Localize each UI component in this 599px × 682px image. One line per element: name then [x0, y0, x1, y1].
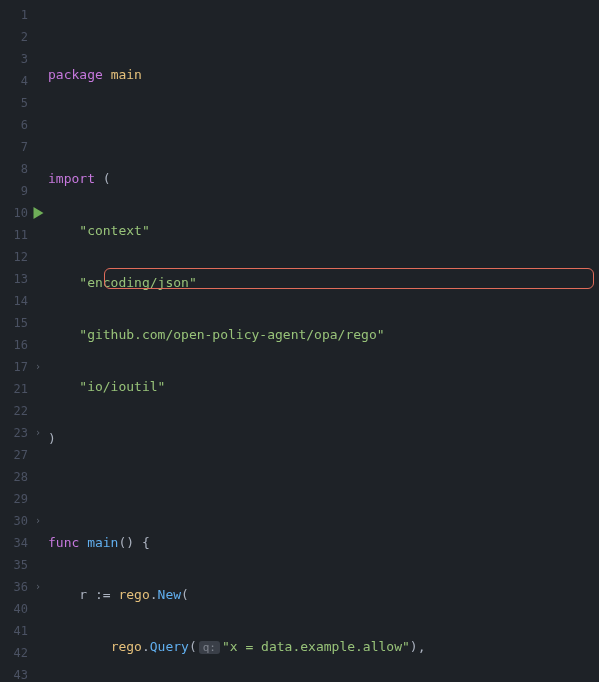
paren-close: )	[48, 431, 56, 446]
fold-chevron-icon[interactable]: ›	[30, 510, 46, 532]
line-number: 40	[0, 598, 30, 620]
line-number: 41	[0, 620, 30, 642]
gutter-spacer	[30, 4, 46, 26]
line-number-gutter: 1234567891011121314151617212223272829303…	[0, 0, 30, 682]
line-number: 7	[0, 136, 30, 158]
gutter-spacer	[30, 554, 46, 576]
fold-chevron-icon[interactable]: ›	[30, 356, 46, 378]
line-number: 10	[0, 202, 30, 224]
line-number: 11	[0, 224, 30, 246]
gutter-spacer	[30, 400, 46, 422]
fold-chevron-icon[interactable]: ›	[30, 422, 46, 444]
gutter-spacer	[30, 48, 46, 70]
inlay-hint-q: q:	[199, 641, 220, 654]
dot: .	[142, 639, 150, 654]
gutter-spacer	[30, 26, 46, 48]
gutter-spacer	[30, 136, 46, 158]
paren-open: (	[103, 171, 111, 186]
run-gutter-icon[interactable]	[30, 202, 46, 224]
line-number: 42	[0, 642, 30, 664]
gutter-icon-column: ››››	[30, 0, 46, 682]
line-number: 4	[0, 70, 30, 92]
line-number: 17	[0, 356, 30, 378]
line-number: 8	[0, 158, 30, 180]
line-number: 2	[0, 26, 30, 48]
gutter-spacer	[30, 70, 46, 92]
func-name-main: main	[87, 535, 118, 550]
paren-open: (	[189, 639, 197, 654]
line-number: 12	[0, 246, 30, 268]
line-number: 30	[0, 510, 30, 532]
import-path: "encoding/json"	[79, 275, 196, 290]
fn-new: New	[158, 587, 181, 602]
gutter-spacer	[30, 268, 46, 290]
keyword-package: package	[48, 67, 103, 82]
line-number: 43	[0, 664, 30, 682]
line-number: 34	[0, 532, 30, 554]
gutter-spacer	[30, 158, 46, 180]
str-query: "x = data.example.allow"	[222, 639, 410, 654]
var-decl: r :=	[79, 587, 118, 602]
pkg-name: main	[111, 67, 142, 82]
gutter-spacer	[30, 488, 46, 510]
line-number: 9	[0, 180, 30, 202]
gutter-spacer	[30, 598, 46, 620]
import-path: "io/ioutil"	[79, 379, 165, 394]
line-number: 14	[0, 290, 30, 312]
line-number: 29	[0, 488, 30, 510]
pkg-rego: rego	[118, 587, 149, 602]
line-number: 1	[0, 4, 30, 26]
line-number: 15	[0, 312, 30, 334]
import-path: "context"	[79, 223, 149, 238]
gutter-spacer	[30, 114, 46, 136]
line-number: 36	[0, 576, 30, 598]
import-path: "github.com/open-policy-agent/opa/rego"	[79, 327, 384, 342]
line-number: 16	[0, 334, 30, 356]
gutter-spacer	[30, 92, 46, 114]
line-number: 3	[0, 48, 30, 70]
line-number: 22	[0, 400, 30, 422]
pkg-rego: rego	[111, 639, 142, 654]
gutter-spacer	[30, 642, 46, 664]
line-number: 21	[0, 378, 30, 400]
gutter-spacer	[30, 532, 46, 554]
gutter-spacer	[30, 466, 46, 488]
gutter-spacer	[30, 664, 46, 682]
gutter-spacer	[30, 620, 46, 642]
code-area[interactable]: package main import ( "context" "encodin…	[46, 0, 599, 682]
line-number: 6	[0, 114, 30, 136]
gutter-spacer	[30, 180, 46, 202]
code-editor[interactable]: 1234567891011121314151617212223272829303…	[0, 0, 599, 682]
func-sig: () {	[118, 535, 149, 550]
gutter-spacer	[30, 378, 46, 400]
gutter-spacer	[30, 444, 46, 466]
gutter-spacer	[30, 224, 46, 246]
line-number: 23	[0, 422, 30, 444]
dot: .	[150, 587, 158, 602]
gutter-spacer	[30, 334, 46, 356]
gutter-spacer	[30, 246, 46, 268]
line-number: 35	[0, 554, 30, 576]
keyword-func: func	[48, 535, 79, 550]
line-number: 28	[0, 466, 30, 488]
keyword-import: import	[48, 171, 95, 186]
line-number: 27	[0, 444, 30, 466]
paren-open: (	[181, 587, 189, 602]
line-number: 13	[0, 268, 30, 290]
gutter-spacer	[30, 290, 46, 312]
line-number: 5	[0, 92, 30, 114]
tail: ),	[410, 639, 426, 654]
gutter-spacer	[30, 312, 46, 334]
fold-chevron-icon[interactable]: ›	[30, 576, 46, 598]
fn-query: Query	[150, 639, 189, 654]
